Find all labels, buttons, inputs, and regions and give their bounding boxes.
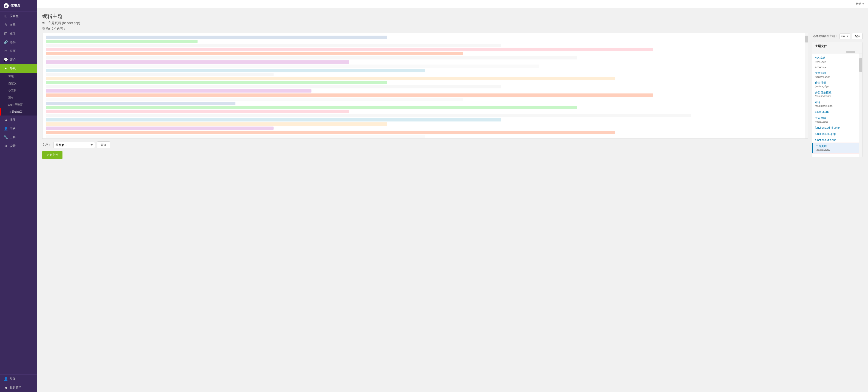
content-area: 编辑主题 xiu: 主题页眉 (header.php) 选择的文件内容： 文档： xyxy=(37,8,868,392)
sidebar-bottom: 👤 头像 ◀ 收起菜单 xyxy=(0,374,37,392)
sidebar-sub-themes[interactable]: 主题 xyxy=(0,73,37,80)
sidebar-item-posts[interactable]: ✎ 文章 xyxy=(0,21,37,29)
theme-file-comments[interactable]: 评论(comments.php) xyxy=(812,99,862,109)
sidebar-item-plugins[interactable]: ⚙ 插件 xyxy=(0,116,37,124)
code-line-5 xyxy=(46,56,577,60)
actions-arrow-icon: ▶ xyxy=(825,66,827,69)
sidebar-item-pages[interactable]: □ 页面 xyxy=(0,46,37,55)
theme-file-excerpt[interactable]: excerpt.php xyxy=(812,109,862,115)
sidebar-item-users[interactable]: 👤 用户 xyxy=(0,124,37,133)
file-php-archive: (archive.php) xyxy=(815,75,860,78)
code-scrollbar-vertical[interactable] xyxy=(805,33,808,138)
code-line-23 xyxy=(46,131,615,134)
file-name-footer: 主题页脚 xyxy=(815,116,860,120)
doc-area: 文档： 函数名... 查询 xyxy=(42,141,808,149)
help-label: 帮助 xyxy=(856,2,861,6)
sidebar-item-links[interactable]: 🔗 链接 xyxy=(0,38,37,46)
sidebar-item-label: 设置 xyxy=(10,144,16,148)
theme-select-button[interactable]: 选择 xyxy=(852,33,863,39)
update-area: 更新文件 xyxy=(42,151,808,159)
code-line-6 xyxy=(46,60,349,64)
avatar-icon: 👤 xyxy=(4,377,8,381)
sidebar-item-label: 链接 xyxy=(10,40,16,44)
sidebar-logo-label: 仪表盘 xyxy=(10,4,20,8)
help-chevron-icon: ▼ xyxy=(862,3,864,5)
scrollbar-thumb xyxy=(805,36,808,42)
code-editor-container[interactable] xyxy=(42,33,808,139)
sidebar-item-settings[interactable]: ⚙ 设置 xyxy=(0,142,37,151)
sidebar-item-label: 文章 xyxy=(10,23,16,27)
tools-icon: 🔧 xyxy=(4,135,8,139)
sidebar-item-media[interactable]: ◫ 媒体 xyxy=(0,29,37,38)
theme-files-header: 主题文件 xyxy=(812,42,862,50)
theme-file-archive[interactable]: 文章归档(archive.php) xyxy=(812,70,862,80)
code-content xyxy=(42,33,808,138)
file-php-author: (author.php) xyxy=(815,85,860,88)
code-line-21 xyxy=(46,122,387,126)
wp-logo-icon: W xyxy=(4,3,9,8)
theme-file-author[interactable]: 作者模板(author.php) xyxy=(812,80,862,89)
file-name-archive: 文章归档 xyxy=(815,71,860,75)
theme-select-dropdown[interactable]: xiu xyxy=(839,34,850,39)
code-line-9 xyxy=(46,73,274,76)
file-php-category: (category.php) xyxy=(815,94,860,98)
sidebar-item-label: 插件 xyxy=(10,118,16,122)
file-name-comments: 评论 xyxy=(815,100,860,104)
sidebar-item-collapse[interactable]: ◀ 收起菜单 xyxy=(0,383,37,392)
sidebar-logo[interactable]: W 仪表盘 xyxy=(0,0,37,12)
theme-file-actions[interactable]: actions▶ xyxy=(812,65,862,70)
sidebar-item-tools[interactable]: 🔧 工具 xyxy=(0,133,37,142)
theme-files-scrollbar-v[interactable] xyxy=(859,54,862,157)
theme-file-category[interactable]: 分类目录模板(category.php) xyxy=(812,90,862,99)
theme-file-functions_xzh[interactable]: functions.xzh.php xyxy=(812,137,862,143)
file-name-category: 分类目录模板 xyxy=(815,91,860,95)
theme-selector-label: 选择要编辑的主题： xyxy=(813,34,838,38)
sidebar-item-avatar[interactable]: 👤 头像 xyxy=(0,374,37,383)
sidebar-item-dashboard[interactable]: ⊞ 仪表盘 xyxy=(0,12,37,21)
sidebar-sub-widgets[interactable]: 小工具 xyxy=(0,87,37,94)
theme-file-footer[interactable]: 主题页脚(footer.php) xyxy=(812,115,862,125)
theme-file-404[interactable]: 404模板(404.php) xyxy=(812,55,862,65)
sidebar-sub-xiu-settings[interactable]: xiu主题设置 xyxy=(0,101,37,108)
sidebar-item-appearance[interactable]: ✦ 外观 xyxy=(0,64,37,73)
query-button[interactable]: 查询 xyxy=(97,141,110,149)
sidebar: W 仪表盘 ⊞ 仪表盘 ✎ 文章 ◫ 媒体 🔗 链接 □ 页面 💬 评论 ✦ 外… xyxy=(0,0,37,392)
doc-select[interactable]: 函数名... xyxy=(54,142,95,148)
theme-file-functions_admin[interactable]: functions.admin.php xyxy=(812,125,862,131)
page-subtitle: xiu: 主题页眉 (header.php) xyxy=(42,21,863,25)
sidebar-sub-theme-editor[interactable]: 主题编辑器 xyxy=(0,108,37,116)
sidebar-avatar-label: 头像 xyxy=(10,377,16,381)
code-line-10 xyxy=(46,77,615,80)
main-area: 帮助 ▼ 编辑主题 xiu: 主题页眉 (header.php) 选择的文件内容… xyxy=(37,0,868,392)
media-icon: ◫ xyxy=(4,31,8,36)
help-button[interactable]: 帮助 ▼ xyxy=(856,2,864,6)
sidebar-item-label: 媒体 xyxy=(10,31,16,36)
sidebar-sub-customize[interactable]: 自定义 xyxy=(0,80,37,87)
file-name-404: 404模板 xyxy=(815,56,860,60)
code-line-22 xyxy=(46,127,274,130)
sidebar-sub-menus[interactable]: 菜单 xyxy=(0,94,37,101)
sidebar-item-comments[interactable]: 💬 评论 xyxy=(0,55,37,64)
code-line-2 xyxy=(46,44,501,47)
code-line-0 xyxy=(46,36,387,39)
comments-icon: 💬 xyxy=(4,58,8,62)
theme-files-title: 主题文件 xyxy=(815,44,827,48)
sidebar-collapse-label: 收起菜单 xyxy=(10,386,22,390)
pages-icon: □ xyxy=(4,49,8,53)
code-line-17 xyxy=(46,106,577,109)
file-name-header: 主题页眉 xyxy=(816,144,860,148)
page-selected-label: 选择的文件内容： xyxy=(42,27,863,31)
code-line-1 xyxy=(46,40,197,43)
page-title: 编辑主题 xyxy=(42,13,863,20)
scrollbar-thumb-v xyxy=(859,58,862,72)
file-name-author: 作者模板 xyxy=(815,81,860,85)
theme-files-scrollbar-h[interactable] xyxy=(812,50,862,54)
code-line-3 xyxy=(46,48,653,51)
theme-file-header[interactable]: 主题页眉(header.php) xyxy=(812,143,862,153)
update-file-button[interactable]: 更新文件 xyxy=(42,151,62,159)
links-icon: 🔗 xyxy=(4,40,8,44)
theme-file-functions_xiu[interactable]: functions.xiu.php xyxy=(812,131,862,137)
users-icon: 👤 xyxy=(4,127,8,131)
posts-icon: ✎ xyxy=(4,23,8,27)
code-line-20 xyxy=(46,118,501,122)
